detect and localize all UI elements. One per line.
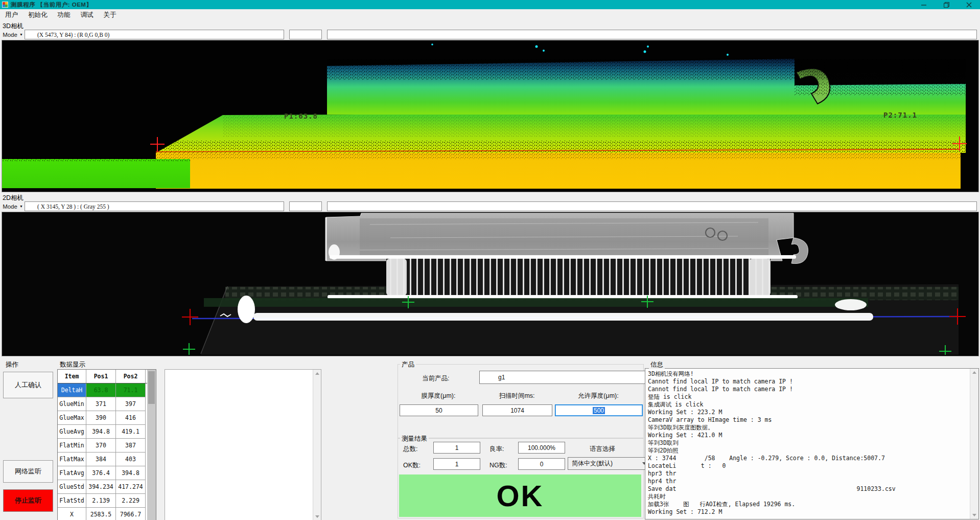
table-row[interactable]: FlatStd2.1392.229 <box>58 494 156 508</box>
status-banner: OK <box>399 474 641 517</box>
total-count-box[interactable]: 1 <box>433 442 480 454</box>
heightmap-image[interactable] <box>2 40 977 191</box>
network-listen-button[interactable]: 网络监听 <box>3 460 53 483</box>
film-thickness-label: 膜厚度(μm): <box>400 392 477 400</box>
table-cell-pos1: 2.139 <box>86 494 116 508</box>
table-header-item[interactable]: Item <box>58 370 86 383</box>
log-line: 共耗时 <box>648 493 977 501</box>
table-header-row: ItemPos1Pos2 <box>58 370 156 383</box>
table-cell-item: X <box>58 508 86 520</box>
scrollbar-thumb[interactable] <box>148 371 155 404</box>
table-row[interactable]: GlueStd394.234417.274 <box>58 480 156 494</box>
log-line: 等到3D取到 <box>648 439 977 447</box>
allow-thickness-input[interactable]: 500 <box>555 404 643 416</box>
total-count-value: 1 <box>455 444 459 451</box>
allow-thickness-value: 500 <box>593 407 605 414</box>
maximize-button[interactable] <box>935 0 958 9</box>
results-groupbox: 总数: 1 良率: 100.000% 语言选择 OK数: 1 NG数: 0 简体… <box>398 438 644 518</box>
table-row[interactable]: GlueMax390416 <box>58 411 156 425</box>
camera3d-toolbar: Mode ▼ (X 5473, Y 84) : (R 0,G 0,B 0) <box>1 30 978 39</box>
table-cell-item: DeltaH <box>58 383 86 397</box>
current-product-input[interactable]: g1 <box>479 371 660 384</box>
minimize-button[interactable] <box>913 0 935 9</box>
yield-box[interactable]: 100.000% <box>518 442 565 454</box>
ok-count-value: 1 <box>455 461 459 468</box>
manual-confirm-button[interactable]: 人工确认 <box>3 372 53 398</box>
scan-time-value: 1074 <box>510 407 524 414</box>
log-line: 等到3D取到灰度图数据。 <box>648 424 977 432</box>
data-table[interactable]: ItemPos1Pos2 DeltaH63.871.1GlueMin371397… <box>57 369 156 520</box>
info-label: 信息 <box>649 360 665 369</box>
table-cell-item: FlatAvg <box>58 466 86 480</box>
table-row[interactable]: GlueMin371397 <box>58 397 156 411</box>
total-label: 总数: <box>403 445 417 454</box>
camera3d-mode-button[interactable]: Mode ▼ <box>1 30 25 39</box>
log-line: CameraV array to HImage time : 3 ms <box>648 416 977 424</box>
scan-time-input[interactable]: 1074 <box>482 404 552 416</box>
close-button[interactable] <box>958 0 980 9</box>
p1-marker-label: P1:63.8 <box>284 112 318 120</box>
camera3d-readout-empty <box>289 30 322 39</box>
menu-item-init[interactable]: 初始化 <box>23 9 53 21</box>
results-label: 测量结果 <box>400 435 429 443</box>
ng-count-box[interactable]: 0 <box>518 458 565 470</box>
menu-item-about[interactable]: 关于 <box>99 9 122 21</box>
language-select-label: 语言选择 <box>590 445 615 454</box>
table-cell-pos2: 419.1 <box>116 425 146 439</box>
log-box[interactable]: 3D相机没有网络!Cannot find local IP to match c… <box>645 368 979 519</box>
log-line: Save dat 9110233.csv <box>648 485 977 493</box>
table-body: DeltaH63.871.1GlueMin371397GlueMax390416… <box>58 383 156 520</box>
camera2d-mode-button[interactable]: Mode ▼ <box>1 201 25 211</box>
table-header-pos1[interactable]: Pos1 <box>86 370 116 383</box>
mode-button-label: Mode <box>3 204 17 210</box>
grayscale-image[interactable] <box>2 212 977 355</box>
menu-item-user[interactable]: 用户 <box>0 9 23 21</box>
log-line: hpr4 thr <box>648 478 977 485</box>
table-row[interactable]: GlueAvg394.8419.1 <box>58 425 156 439</box>
scroll-up-icon[interactable] <box>315 372 319 375</box>
log-line: Working Set : 223.2 M <box>648 409 977 416</box>
camera2d-toolbar: Mode ▼ ( X 3145, Y 28 ) : ( Gray 255 ) <box>1 201 978 211</box>
table-header-pos2[interactable]: Pos2 <box>116 370 146 383</box>
table-scrollbar[interactable] <box>147 370 156 520</box>
table-row[interactable]: FlatMax384403 <box>58 453 156 466</box>
scroll-up-icon[interactable] <box>972 371 976 374</box>
operation-label: 操作 <box>4 360 20 369</box>
scroll-down-icon[interactable] <box>972 514 976 516</box>
table-row[interactable]: FlatMin370387 <box>58 439 156 453</box>
data-display-label: 数据显示 <box>58 360 87 369</box>
mode-button-label: Mode <box>3 32 17 38</box>
table-cell-pos1: 376.4 <box>86 466 116 480</box>
stop-listen-button[interactable]: 停止监听 <box>3 489 53 512</box>
chevron-down-icon: ▼ <box>19 205 23 208</box>
log-line: 等到2D拍照 <box>648 447 977 455</box>
table-cell-pos2: 394.8 <box>116 466 146 480</box>
film-thickness-input[interactable]: 50 <box>400 404 478 416</box>
scroll-down-icon[interactable] <box>315 515 319 518</box>
log-line: Cannot find local IP to match camera IP … <box>648 378 977 386</box>
ok-count-label: OK数: <box>403 461 421 470</box>
film-thickness-value: 50 <box>435 407 442 414</box>
menu-bar: 用户初始化功能调试关于 <box>0 9 980 21</box>
table-cell-pos1: 390 <box>86 411 116 425</box>
app-icon <box>2 2 8 8</box>
log-scrollbar[interactable] <box>970 369 978 519</box>
camera3d-viewport[interactable]: P1:63.8 P2:71.1 <box>2 40 979 192</box>
glue-bead <box>253 313 873 321</box>
window-controls <box>913 0 980 9</box>
table-cell-item: GlueMax <box>58 411 86 425</box>
table-row[interactable]: DeltaH63.871.1 <box>58 383 156 397</box>
table-cell-pos1: 63.8 <box>86 383 116 397</box>
log-line: 3D相机没有网络! <box>648 370 977 378</box>
list-panel-scrollbar[interactable] <box>313 370 321 520</box>
table-row[interactable]: FlatAvg376.4394.8 <box>58 466 156 480</box>
table-row[interactable]: X2583.57966.7 <box>58 508 156 520</box>
ok-count-box[interactable]: 1 <box>433 458 480 470</box>
menu-item-function[interactable]: 功能 <box>53 9 76 21</box>
product-label: 产品 <box>400 360 416 369</box>
camera2d-readout-empty <box>289 201 322 211</box>
language-dropdown[interactable]: 简体中文(默认) <box>568 457 650 470</box>
menu-item-debug[interactable]: 调试 <box>76 9 99 21</box>
camera2d-readout-wide <box>327 201 977 211</box>
camera2d-viewport[interactable] <box>2 212 979 356</box>
